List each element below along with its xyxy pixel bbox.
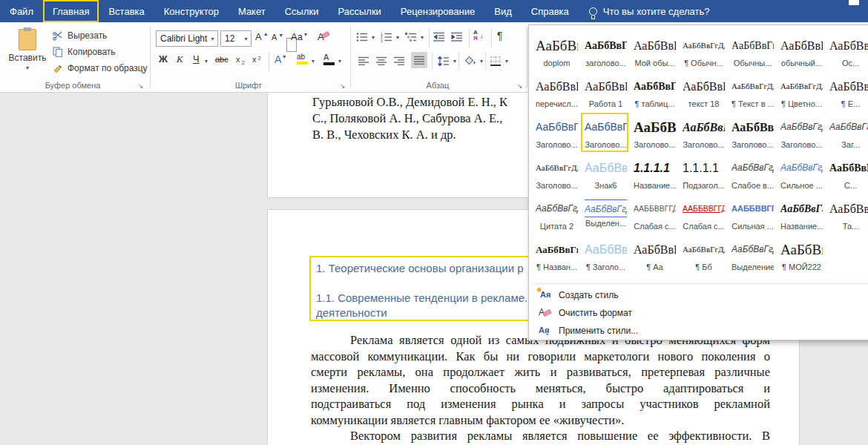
borders-button[interactable]: ▾ [490,53,508,68]
style-item-r2c7[interactable]: АаБбВвГгДд¶ Е... [826,72,868,111]
tab-файл[interactable]: Файл [0,0,43,22]
tab-вставка[interactable]: Вставка [99,0,154,22]
decrease-indent-button[interactable] [433,30,445,44]
style-item-r3c2[interactable]: АаБбВвГгДдЗаголово... [581,113,628,152]
style-item-r5c4[interactable]: ААББВВГГДДСлабая с... [679,194,726,234]
font-family-combo[interactable]: Calibri Light ▾ [156,30,218,47]
font-family-caret[interactable]: ▾ [208,36,217,42]
style-item-r5c6[interactable]: АаБбВвГгДдНазвание... [777,194,824,234]
copy-button[interactable]: Копировать [52,44,116,59]
style-item-r1c1[interactable]: АаБбВвГгДдdoplom [532,31,579,70]
style-item-r6c3[interactable]: АаБбВвГгДд¶ Аа [630,235,677,274]
style-item-r4c3[interactable]: 1.1.1.1Название... [630,154,677,193]
format-painter-button[interactable]: Формат по образцу [52,61,148,76]
tab-справка[interactable]: Справка [522,0,579,22]
style-item-r2c3[interactable]: АаБбВвГгДд¶ таблиц... [630,72,677,111]
numbering-button[interactable]: 123 ▾ [381,30,399,44]
style-item-r1c3[interactable]: АаБбВвГгДдМой обы... [630,31,677,70]
increase-indent-button[interactable] [451,30,463,44]
align-left-button[interactable] [358,53,369,68]
tab-рецензирование[interactable]: Рецензирование [391,0,484,22]
style-item-r2c2[interactable]: АаБбВвГгДдРабота 1 [581,72,628,111]
highlight-caret[interactable]: ▾ [312,58,315,65]
style-item-r1c2[interactable]: АаБбВвГгДдзаголово... [581,31,628,70]
style-item-r2c6[interactable]: АаБбВвГгДд,¶ Цветно... [777,72,824,111]
style-item-r4c7[interactable]: АаБбВвГгДдС... [826,154,868,193]
italic-button[interactable]: К [177,53,183,68]
font-dialog-launcher[interactable]: ↘ [340,82,346,90]
align-right-button[interactable] [393,53,405,68]
superscript-button[interactable]: x2 [252,55,261,70]
bullets-button[interactable]: ▾ [356,30,375,44]
style-item-r4c5[interactable]: АаБбВвГгДдСлабое в... [728,154,775,193]
style-item-r5c5[interactable]: ААББВВГГДД,Сильная ... [728,194,775,234]
tab-ссылки[interactable]: Ссылки [275,0,329,22]
shading-caret[interactable]: ▾ [480,58,483,65]
style-item-r4c6[interactable]: АаБбВвГгДдСильное ... [777,154,824,193]
style-item-r2c4[interactable]: АаБбВвГгДдтекст 18 [679,72,726,111]
paste-dropdown-caret[interactable]: ▾ [26,65,29,71]
tab-главная[interactable]: Главная [43,0,99,22]
subscript-button[interactable]: x2 [236,55,245,70]
font-size-caret[interactable]: ▾ [241,36,251,42]
style-item-r3c7[interactable]: АаБбВвГгДдЗаг... [826,113,868,152]
apply-styles-menu-item[interactable]: Ая⇣ Применить стили... [529,322,868,340]
style-item-r6c6[interactable]: АаБбВвГгДд¶ МОЙ222 [777,235,824,274]
style-item-r3c1[interactable]: АаБбВвГгДдЗаголово... [532,113,579,152]
style-item-r2c5[interactable]: АаБбВвГгДд¶ Текст в ... [728,72,775,111]
style-item-r1c7[interactable]: АаБбВвГгДдОс... [826,31,868,70]
style-item-r3c4[interactable]: АаБбВвГгДд.Заголово... [679,113,726,152]
text-effects-button[interactable]: A▾ [274,53,286,68]
style-item-r1c6[interactable]: АаБбВвГгДдобычный... [777,31,824,70]
font-size-combo[interactable]: 12 ▾ [220,30,251,47]
highlight-color-button[interactable]: ab [297,53,308,68]
clear-formatting-menu-item[interactable]: A Очистить формат [529,304,868,322]
style-item-r6c1[interactable]: АаБбВвГгДд¶ Назван... [532,235,579,274]
create-style-menu-item[interactable]: ✱Ая Создать стиль [529,286,868,304]
style-item-r6c4[interactable]: АаБбВвГгДд,¶ Бб [679,235,726,274]
tab-рассылки[interactable]: Рассылки [328,0,390,22]
paste-button[interactable]: Вставить ▾ [7,27,47,86]
align-center-button[interactable] [375,53,387,68]
multilevel-list-button[interactable]: ▾ [405,30,424,44]
justify-button[interactable] [411,52,427,68]
style-item-r1c4[interactable]: АаБбВвГгДд,¶ Обычн... [679,31,726,70]
tab-макет[interactable]: Макет [228,0,275,22]
style-item-r4c4[interactable]: 1.1.1.1Подзагол... [679,154,726,193]
bullets-caret[interactable]: ▾ [372,34,375,41]
style-item-r4c2[interactable]: АаБбВвГгДдЗнак6 [581,154,628,193]
style-item-r5c3[interactable]: ААББВВГГДДСлабая с... [630,194,677,234]
bold-button[interactable]: Ж [159,53,168,68]
change-case-button[interactable]: Аа▾ [291,31,307,46]
style-item-r3c5[interactable]: АаБбВвГгДдЗаголово... [728,113,775,152]
style-item-r4c1[interactable]: АаБбВвГгДд,Заголово... [532,154,579,193]
style-item-r5c7[interactable]: АаБбВвГгДдТа... [826,194,868,234]
shading-button[interactable]: ▾ [464,53,483,68]
cut-button[interactable]: Вырезать [52,28,107,43]
font-color-button[interactable]: А [323,53,335,68]
style-item-r6c2[interactable]: АаБбВвГгДд¶ Заголо... [581,235,628,274]
line-spacing-button[interactable]: ▾ [438,53,456,68]
style-item-r5c2[interactable]: АаБбВвГгДдВыделен... [581,194,628,234]
style-item-r2c1[interactable]: АаБбВвГгДдперечисл... [532,72,579,111]
tell-me-assistant[interactable]: Что вы хотите сделать? [579,0,710,22]
paragraph-dialog-launcher[interactable]: ↘ [517,82,523,90]
style-item-r1c5[interactable]: АаБбВвГгДдОбычны... [728,31,775,70]
numbering-caret[interactable]: ▾ [396,34,399,41]
multilevel-caret[interactable]: ▾ [421,34,424,41]
tab-вид[interactable]: Вид [484,0,522,22]
shrink-font-button[interactable]: А▼ [272,33,283,47]
style-item-r5c1[interactable]: АаБбВвГгДдЦитата 2 [532,194,579,234]
font-color-caret[interactable]: ▾ [338,58,341,65]
borders-caret[interactable]: ▾ [505,58,508,65]
clipboard-dialog-launcher[interactable]: ↘ [138,82,144,90]
clear-formatting-button[interactable]: A [318,31,324,46]
underline-button[interactable]: Ч [193,53,200,68]
style-item-r3c3[interactable]: АаБбВвГгДдЗаголово... [630,113,677,152]
sort-button[interactable]: А Я ↓ [473,28,484,43]
style-item-r6c5[interactable]: АаБбВвГгДдВыделение [728,235,775,274]
grow-font-button[interactable]: А▲ [255,31,269,46]
strikethrough-button[interactable]: abc [215,55,228,70]
line-spacing-caret[interactable]: ▾ [453,58,456,65]
underline-caret[interactable]: ▾ [205,58,208,65]
